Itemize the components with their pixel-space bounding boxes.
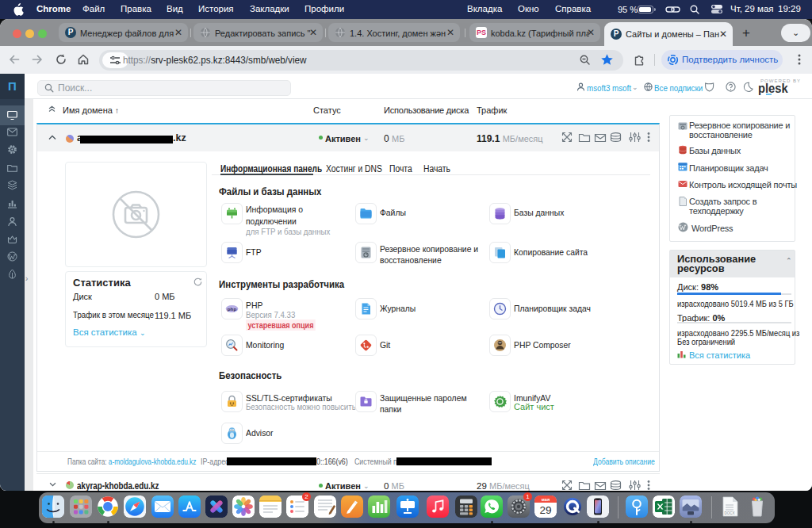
svg-text:мая: мая	[542, 497, 550, 502]
svg-text:DOCX: DOCX	[724, 511, 734, 515]
svg-text:php: php	[228, 306, 237, 312]
svg-text:29: 29	[539, 504, 551, 516]
